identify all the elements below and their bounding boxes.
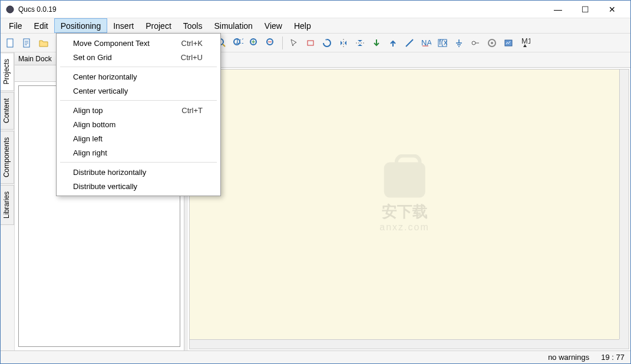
menu-item-align-top[interactable]: Align topCtrl+T xyxy=(57,103,220,117)
rotate-icon[interactable] xyxy=(319,35,335,51)
view-data-icon[interactable] xyxy=(501,35,516,51)
svg-text:M1: M1 xyxy=(521,38,530,45)
zoom-fit-icon[interactable]: 1:1 xyxy=(230,35,246,51)
watermark: 安下载 anxz.com xyxy=(379,163,429,233)
schematic-canvas[interactable]: 安下载 anxz.com xyxy=(190,70,619,339)
port-icon[interactable] xyxy=(468,35,483,51)
menu-item-label: Distribute horizontally xyxy=(73,168,146,177)
menu-item-label: Align left xyxy=(73,134,103,143)
mirror-x-icon[interactable] xyxy=(352,35,368,51)
side-tabs: ProjectsContentComponentsLibraries xyxy=(1,52,15,350)
equation-icon[interactable]: f(x) xyxy=(435,35,450,51)
menu-positioning[interactable]: Positioning xyxy=(54,18,108,33)
toolbar-separator xyxy=(282,37,283,49)
menu-item-align-left[interactable]: Align left xyxy=(57,131,220,145)
new-doc-icon[interactable] xyxy=(3,35,18,51)
menu-edit[interactable]: Edit xyxy=(28,18,54,33)
menu-item-center-vertically[interactable]: Center vertically xyxy=(57,84,220,98)
move-down-icon[interactable] xyxy=(369,35,384,51)
menu-separator xyxy=(60,67,217,67)
scroll-corner xyxy=(619,339,629,349)
sidetab-libraries[interactable]: Libraries xyxy=(1,185,14,225)
menu-file[interactable]: File xyxy=(3,18,28,33)
menu-tools[interactable]: Tools xyxy=(177,18,209,33)
menu-item-move-component-text[interactable]: Move Component TextCtrl+K xyxy=(57,36,220,50)
svg-text:1:1: 1:1 xyxy=(235,38,243,45)
open-icon[interactable] xyxy=(36,35,51,51)
menu-help[interactable]: Help xyxy=(288,18,317,33)
sidetab-content[interactable]: Content xyxy=(1,92,14,130)
statusbar: no warnings 19 : 77 xyxy=(1,350,630,363)
menu-project[interactable]: Project xyxy=(140,18,177,33)
menu-view[interactable]: View xyxy=(259,18,288,33)
menu-item-align-bottom[interactable]: Align bottom xyxy=(57,117,220,131)
status-coords: 19 : 77 xyxy=(601,353,625,362)
ground-icon[interactable] xyxy=(451,35,467,51)
new-text-icon[interactable] xyxy=(19,35,35,51)
menu-item-center-horizontally[interactable]: Center horizontally xyxy=(57,70,220,84)
select-icon[interactable] xyxy=(286,35,302,51)
menu-item-distribute-horizontally[interactable]: Distribute horizontally xyxy=(57,165,220,179)
window-title: Qucs 0.0.19 xyxy=(18,5,544,14)
document-tabs: ed ✕ xyxy=(188,52,630,68)
marker-icon[interactable]: M1 xyxy=(517,35,533,51)
menu-item-label: Align top xyxy=(73,106,103,115)
svg-point-26 xyxy=(491,42,493,44)
close-button[interactable]: ✕ xyxy=(599,1,626,18)
menu-item-label: Distribute vertically xyxy=(73,182,137,191)
canvas-wrap: 安下载 anxz.com xyxy=(189,69,629,349)
menu-item-align-right[interactable]: Align right xyxy=(57,145,220,160)
menu-item-set-on-grid[interactable]: Set on GridCtrl+U xyxy=(57,50,220,64)
svg-rect-20 xyxy=(308,41,313,45)
window-controls: — ☐ ✕ xyxy=(544,1,626,18)
maximize-button[interactable]: ☐ xyxy=(571,1,599,18)
canvas-area: ed ✕ 安下载 anxz.com xyxy=(188,52,630,350)
label-icon[interactable]: NAME xyxy=(418,35,434,51)
menu-item-label: Center horizontally xyxy=(73,72,137,81)
svg-point-24 xyxy=(472,41,475,45)
minimize-button[interactable]: — xyxy=(544,1,571,18)
simulate-icon[interactable] xyxy=(484,35,500,51)
svg-rect-1 xyxy=(7,39,13,47)
positioning-menu: Move Component TextCtrl+KSet on GridCtrl… xyxy=(56,33,221,196)
menu-separator xyxy=(60,162,217,163)
menu-item-shortcut: Ctrl+T xyxy=(181,106,203,115)
sidetab-projects[interactable]: Projects xyxy=(1,52,14,91)
zoom-plus-icon[interactable] xyxy=(247,35,262,51)
vertical-scrollbar[interactable] xyxy=(619,70,629,339)
mirror-y-icon[interactable] xyxy=(336,35,351,51)
zoom-minus-icon[interactable] xyxy=(263,35,279,51)
menu-item-label: Set on Grid xyxy=(73,53,112,62)
svg-rect-27 xyxy=(505,40,512,46)
svg-text:f(x): f(x) xyxy=(439,38,448,47)
menubar: FileEditPositioningInsertProjectToolsSim… xyxy=(1,18,630,34)
titlebar: Qucs 0.0.19 — ☐ ✕ xyxy=(1,1,630,18)
menu-item-label: Align bottom xyxy=(73,120,115,129)
status-warnings: no warnings xyxy=(548,353,589,362)
wire-icon[interactable] xyxy=(402,35,417,51)
menu-item-shortcut: Ctrl+U xyxy=(181,53,203,62)
svg-point-0 xyxy=(6,6,14,13)
menu-item-label: Move Component Text xyxy=(73,39,150,48)
component-icon[interactable] xyxy=(303,35,318,51)
menu-item-distribute-vertically[interactable]: Distribute vertically xyxy=(57,179,220,193)
move-up-icon[interactable] xyxy=(385,35,401,51)
menu-item-shortcut: Ctrl+K xyxy=(181,39,203,48)
menu-separator xyxy=(60,100,217,101)
app-icon xyxy=(5,5,15,14)
menu-item-label: Align right xyxy=(73,148,107,157)
menu-insert[interactable]: Insert xyxy=(107,18,140,33)
sidetab-components[interactable]: Components xyxy=(1,131,14,184)
menu-item-label: Center vertically xyxy=(73,87,128,95)
menu-simulation[interactable]: Simulation xyxy=(208,18,258,33)
horizontal-scrollbar[interactable] xyxy=(190,339,619,349)
